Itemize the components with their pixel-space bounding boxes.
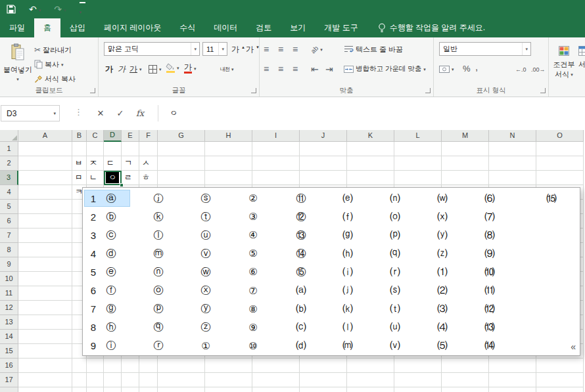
ime-candidate[interactable]: ⒵ bbox=[438, 244, 448, 263]
decrease-indent-button[interactable]: ⇤ bbox=[311, 62, 319, 76]
ribbon-tab-formulas[interactable]: 수식 bbox=[170, 18, 204, 37]
cell-O16[interactable] bbox=[536, 359, 584, 373]
ime-candidate[interactable]: ⑨ bbox=[248, 318, 257, 337]
ime-candidate[interactable]: ⓛ bbox=[154, 226, 164, 244]
ime-candidate[interactable]: ⓧ bbox=[201, 281, 211, 299]
cell-K2[interactable] bbox=[347, 156, 394, 171]
column-header-M[interactable]: M bbox=[442, 130, 489, 142]
cell-G1[interactable] bbox=[158, 142, 205, 156]
ime-candidate[interactable]: ⑺ bbox=[485, 207, 495, 226]
cell-D17[interactable] bbox=[104, 373, 122, 387]
cell-F17[interactable] bbox=[139, 373, 158, 387]
cell-M3[interactable] bbox=[442, 171, 489, 185]
cell-J1[interactable] bbox=[300, 142, 347, 156]
ime-candidate[interactable]: ⑮ bbox=[296, 263, 306, 281]
cell-J17[interactable] bbox=[300, 373, 347, 387]
cell-B1[interactable] bbox=[72, 142, 87, 156]
cell-N18[interactable] bbox=[489, 387, 536, 392]
fill-color-button[interactable]: ▾ bbox=[166, 61, 179, 74]
cell-D18[interactable] bbox=[104, 387, 122, 392]
ime-candidate[interactable]: ⑿ bbox=[485, 300, 495, 318]
ime-candidate[interactable]: ⒴ bbox=[438, 226, 448, 244]
borders-button[interactable]: ▾ bbox=[149, 62, 162, 76]
ime-candidate[interactable]: ⑼ bbox=[485, 244, 495, 263]
ime-candidate[interactable]: ⒜ bbox=[296, 281, 306, 299]
enter-button[interactable]: ✓ bbox=[112, 105, 129, 121]
font-color-button[interactable]: 가 ▾ bbox=[184, 62, 197, 75]
cell-A15[interactable] bbox=[18, 344, 72, 359]
cell-O3[interactable] bbox=[536, 171, 584, 185]
cell-J16[interactable] bbox=[300, 359, 347, 373]
cell-F2[interactable]: ㅅ bbox=[139, 156, 158, 171]
cell-M1[interactable] bbox=[442, 142, 489, 156]
ime-candidate[interactable]: ⓔ bbox=[106, 263, 116, 281]
row-header-7[interactable]: 7 bbox=[0, 229, 18, 243]
ime-candidate[interactable]: ⓒ bbox=[106, 226, 116, 244]
column-header-N[interactable]: N bbox=[489, 130, 536, 142]
ime-candidate[interactable]: ⓦ bbox=[201, 263, 211, 281]
wrap-text-button[interactable]: 텍스트 줄 바꿈 bbox=[344, 43, 403, 56]
orientation-button[interactable]: ab▾ bbox=[311, 43, 323, 56]
cell-A10[interactable] bbox=[18, 272, 72, 286]
cell-M2[interactable] bbox=[442, 156, 489, 171]
ime-candidate[interactable]: ⒁ bbox=[485, 337, 495, 355]
cell-E1[interactable] bbox=[122, 142, 139, 156]
cell-A8[interactable] bbox=[18, 243, 72, 257]
cell-F18[interactable] bbox=[139, 387, 158, 392]
cell-I16[interactable] bbox=[252, 359, 300, 373]
ime-candidate[interactable]: ⑦ bbox=[248, 281, 257, 299]
cell-A18[interactable] bbox=[18, 387, 72, 392]
ime-candidate[interactable]: ⓣ bbox=[201, 207, 211, 226]
cell-G18[interactable] bbox=[158, 387, 205, 392]
ime-candidate-selected[interactable]: ⓐ bbox=[106, 189, 116, 207]
ime-candidate[interactable]: ⒟ bbox=[296, 337, 306, 355]
ime-candidate[interactable]: ⒣ bbox=[343, 244, 353, 263]
column-header-D[interactable]: D bbox=[104, 130, 122, 142]
row-header-3[interactable]: 3 bbox=[0, 171, 18, 185]
column-header-K[interactable]: K bbox=[347, 130, 394, 142]
redo-button[interactable]: ↷ ▾ bbox=[54, 5, 66, 14]
cell-D1[interactable] bbox=[104, 142, 122, 156]
cell-D3[interactable]: ㅇ bbox=[104, 171, 122, 185]
merge-center-button[interactable]: 병합하고 가운데 맞춤 ▾ bbox=[344, 62, 426, 76]
ime-candidate[interactable]: ⒤ bbox=[343, 263, 353, 281]
column-header-G[interactable]: G bbox=[158, 130, 205, 142]
ime-candidate[interactable]: ⓩ bbox=[201, 318, 211, 337]
row-header-8[interactable]: 8 bbox=[0, 243, 18, 257]
ime-candidate[interactable]: ⓓ bbox=[106, 244, 116, 263]
ime-candidate[interactable]: ① bbox=[201, 337, 210, 355]
cell-A5[interactable] bbox=[18, 200, 72, 214]
align-center-button[interactable]: ≡ bbox=[278, 62, 283, 76]
ime-candidate[interactable]: ⓨ bbox=[201, 300, 211, 318]
cell-A11[interactable] bbox=[18, 286, 72, 301]
cut-button[interactable]: ✂ 잘라내기 bbox=[34, 43, 72, 56]
cell-K18[interactable] bbox=[347, 387, 394, 392]
ime-candidate[interactable]: ⓘ bbox=[106, 337, 116, 355]
cell-B2[interactable]: ㅂ bbox=[72, 156, 87, 171]
ime-candidate[interactable]: ⒪ bbox=[390, 207, 400, 226]
ribbon-tab-home[interactable]: 홈 bbox=[34, 18, 60, 37]
cell-N1[interactable] bbox=[489, 142, 536, 156]
ime-candidate[interactable]: ⒧ bbox=[343, 318, 353, 337]
ime-candidate[interactable]: ⑧ bbox=[248, 300, 257, 318]
cell-N16[interactable] bbox=[489, 359, 536, 373]
cell-M17[interactable] bbox=[442, 373, 489, 387]
ime-candidate[interactable]: ⑻ bbox=[485, 226, 495, 244]
copy-button[interactable]: 복사 ▾ bbox=[34, 58, 64, 71]
phonetic-guide-button[interactable]: 내천 ▾ bbox=[220, 62, 234, 76]
ime-candidate[interactable]: ⒩ bbox=[390, 189, 400, 207]
cell-O18[interactable] bbox=[536, 387, 584, 392]
ime-candidate[interactable]: ⓤ bbox=[201, 226, 211, 244]
cell-C18[interactable] bbox=[87, 387, 104, 392]
ime-candidate[interactable]: ⑭ bbox=[296, 244, 306, 263]
align-right-button[interactable]: ≡ bbox=[292, 62, 298, 76]
font-name-combo[interactable]: 맑은 고딕 ▾ bbox=[104, 42, 200, 56]
cell-I18[interactable] bbox=[252, 387, 300, 392]
ime-candidate[interactable]: ⓟ bbox=[154, 300, 164, 318]
cell-A14[interactable] bbox=[18, 330, 72, 344]
increase-indent-button[interactable]: ⇥ bbox=[325, 62, 333, 76]
cell-A6[interactable] bbox=[18, 214, 72, 229]
ime-candidate[interactable]: ⓑ bbox=[106, 207, 116, 226]
ime-candidate[interactable]: ⓡ bbox=[154, 337, 164, 355]
row-header-16[interactable]: 16 bbox=[0, 359, 18, 373]
